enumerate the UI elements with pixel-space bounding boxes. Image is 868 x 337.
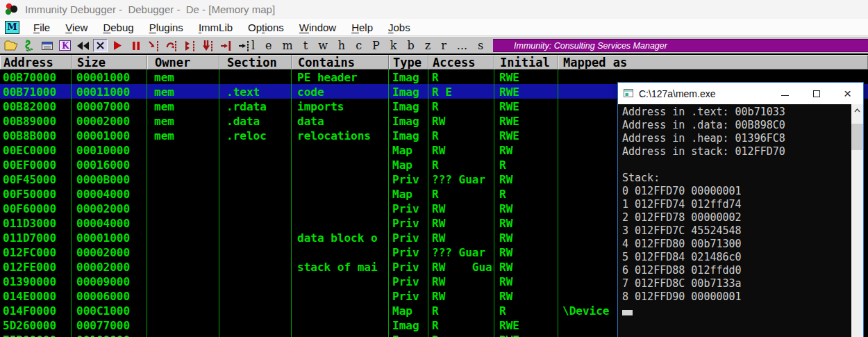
scrollbar-thumb[interactable] xyxy=(851,124,863,150)
cell-owner: mem xyxy=(147,69,219,84)
cmd-letter-s[interactable]: s xyxy=(476,39,485,52)
cell-type: Map xyxy=(389,186,428,201)
cell-contains xyxy=(292,201,389,215)
menu-item-file[interactable]: File xyxy=(26,20,58,35)
cell-section xyxy=(219,157,292,172)
cell-contains xyxy=(292,245,389,259)
cell-access: RW xyxy=(428,274,494,288)
cell-address: 00B71000 xyxy=(0,84,72,99)
cell-initial: R xyxy=(494,186,558,201)
console-window-controls: × xyxy=(769,83,863,104)
cell-initial: RW xyxy=(494,201,558,215)
cmd-letter-k[interactable]: k xyxy=(389,39,399,52)
cell-type: Imag xyxy=(389,84,428,99)
console-scrollbar[interactable] xyxy=(851,104,863,337)
cell-address: 00F60000 xyxy=(0,201,72,215)
rewind-button[interactable] xyxy=(75,38,91,53)
column-header-contains[interactable]: Contains xyxy=(292,55,389,69)
close-button[interactable] xyxy=(93,39,108,52)
breakpoint-window-button[interactable]: K xyxy=(57,38,73,53)
cell-access: RW xyxy=(428,215,494,230)
pause-icon xyxy=(132,41,140,51)
cmd-letter-c[interactable]: c xyxy=(354,39,363,52)
cmd-letter-w[interactable]: w xyxy=(317,39,329,52)
step-into-button[interactable] xyxy=(146,38,162,53)
console-title-bar[interactable]: C:\127a\mem.exe × xyxy=(618,83,863,104)
status-banner: Immunity: Consulting Services Manager xyxy=(493,39,868,52)
cell-owner xyxy=(147,186,219,201)
menu-item-immlib[interactable]: ImmLib xyxy=(191,20,240,35)
cell-contains: imports xyxy=(292,99,389,113)
cmd-letter-t[interactable]: t xyxy=(302,39,309,52)
column-header-owner[interactable]: Owner xyxy=(147,55,219,69)
run-icon xyxy=(113,40,122,51)
windows-list-button[interactable] xyxy=(39,38,55,53)
menu-item-window[interactable]: Window xyxy=(292,20,344,35)
cell-contains xyxy=(292,157,389,172)
cell-owner xyxy=(147,259,219,274)
execute-till-return-button[interactable] xyxy=(218,38,234,53)
console-window: C:\127a\mem.exe × Address in .text: 00b7… xyxy=(617,82,864,337)
cell-section xyxy=(219,215,292,230)
open-file-button[interactable] xyxy=(3,38,19,53)
run-button[interactable] xyxy=(110,38,126,53)
immlib-m-icon[interactable]: M xyxy=(5,21,19,34)
cell-type: Priv xyxy=(389,230,428,245)
cell-contains xyxy=(292,172,389,186)
cmd-letter-b[interactable]: b xyxy=(406,39,416,52)
cmd-letter-m[interactable]: m xyxy=(281,39,294,52)
column-header-address[interactable]: Address xyxy=(0,55,72,69)
cmd-letter-z[interactable]: z xyxy=(424,39,432,52)
cell-access: R xyxy=(428,99,494,113)
column-header-access[interactable]: Access xyxy=(428,55,494,69)
maximize-button[interactable] xyxy=(801,83,832,104)
menu-item-debug[interactable]: Debug xyxy=(95,20,141,35)
close-button[interactable]: × xyxy=(832,83,863,104)
cmd-letter-...[interactable]: ... xyxy=(456,39,469,52)
attach-button[interactable] xyxy=(21,38,37,53)
column-header-type[interactable]: Type xyxy=(389,55,428,69)
column-header-mapped-as[interactable]: Mapped as xyxy=(558,55,868,69)
cell-initial: RW xyxy=(494,230,558,245)
animate-over-button[interactable] xyxy=(200,38,216,53)
column-header-section[interactable]: Section xyxy=(219,55,292,69)
cell-initial: R xyxy=(494,303,558,318)
step-over-button[interactable] xyxy=(164,38,180,53)
cell-section xyxy=(219,230,292,245)
cell-size: 00004000 xyxy=(72,186,147,201)
cell-access: R E xyxy=(428,84,494,99)
immunity-app-icon xyxy=(5,3,19,17)
cell-type: Imag xyxy=(389,99,428,113)
console-output[interactable]: Address in .text: 00b71033Address in .da… xyxy=(618,104,851,337)
column-header-size[interactable]: Size xyxy=(72,55,147,69)
cell-access: R xyxy=(428,332,494,337)
cmd-letter-r[interactable]: r xyxy=(440,39,448,52)
chevron-up-icon xyxy=(854,108,860,113)
cell-size: 00010000 xyxy=(72,142,147,157)
cell-size: 00009000 xyxy=(72,274,147,288)
menu-item-plugins[interactable]: Plugins xyxy=(142,20,191,35)
cell-size: 00001000 xyxy=(72,69,147,84)
cmd-letter-P[interactable]: P xyxy=(371,39,381,52)
cmd-letter-h[interactable]: h xyxy=(337,39,347,52)
menu-item-view[interactable]: View xyxy=(58,20,95,35)
cell-access: R xyxy=(428,303,494,318)
cell-section xyxy=(219,332,292,337)
cmd-letter-l[interactable]: l xyxy=(250,39,256,52)
pause-button[interactable] xyxy=(128,38,144,53)
minimize-button[interactable] xyxy=(769,83,801,104)
cell-initial: RW xyxy=(494,172,558,186)
animate-over-icon xyxy=(202,40,215,52)
cmd-letter-e[interactable]: e xyxy=(264,39,273,52)
menu-item-help[interactable]: Help xyxy=(344,20,381,35)
cell-address: 00F45000 xyxy=(0,172,72,186)
cell-access: R xyxy=(428,186,494,201)
cell-initial: RWE xyxy=(494,128,558,142)
column-header-initial[interactable]: Initial xyxy=(494,55,558,69)
scroll-up-button[interactable] xyxy=(851,104,863,116)
animate-into-button[interactable] xyxy=(182,38,198,53)
menu-item-options[interactable]: Options xyxy=(240,20,292,35)
menu-item-jobs[interactable]: Jobs xyxy=(381,20,418,35)
cell-type: Imag xyxy=(389,128,428,142)
console-line: 0 012FFD70 00000001 xyxy=(622,185,851,198)
